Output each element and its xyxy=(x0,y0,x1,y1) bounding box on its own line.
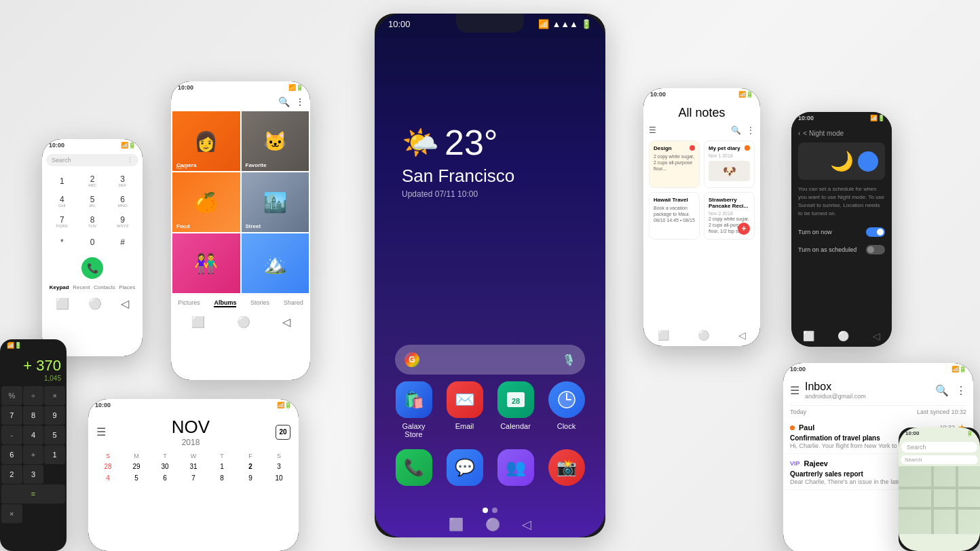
cal-cell-5[interactable]: 5 xyxy=(122,472,151,484)
calc-key-div[interactable]: ÷ xyxy=(23,386,44,405)
keypad-more-icon[interactable]: ⋮ xyxy=(127,157,133,164)
call-button[interactable]: 📞 xyxy=(81,257,103,279)
key-star[interactable]: * xyxy=(48,233,77,252)
keypad-nav-back[interactable]: ⬜ xyxy=(56,297,69,310)
cal-cell-7[interactable]: 7 xyxy=(179,472,208,484)
key-7[interactable]: 7PQRS xyxy=(48,212,77,231)
cal-cell-10[interactable]: 10 xyxy=(265,472,293,484)
app-camera-bottom[interactable]: 📸 xyxy=(545,449,588,486)
app-messages[interactable]: 💬 xyxy=(443,449,487,486)
cal-cell-1[interactable]: 1 xyxy=(208,461,236,472)
tab-recent[interactable]: Recent xyxy=(73,284,90,290)
nav-recents[interactable]: ◁ xyxy=(522,517,531,532)
app-friends[interactable]: 👥 xyxy=(494,449,538,486)
cal-cell-28[interactable]: 28 xyxy=(94,461,122,472)
email-search-icon[interactable]: 🔍 xyxy=(935,384,949,397)
nav-home[interactable]: ⚪ xyxy=(485,517,500,532)
app-clock[interactable]: Clock xyxy=(545,381,588,438)
calc-key-1[interactable]: 1 xyxy=(44,445,65,464)
key-6[interactable]: 6MNO xyxy=(108,192,137,211)
tab-stories[interactable]: Stories xyxy=(250,299,269,307)
tab-pictures[interactable]: Pictures xyxy=(178,299,200,307)
gallery-nav-home[interactable]: ⚪ xyxy=(237,316,250,328)
tab-keypad[interactable]: Keypad xyxy=(50,284,69,290)
calc-key-9[interactable]: 9 xyxy=(44,406,65,425)
key-3[interactable]: 3DEF xyxy=(108,172,137,191)
note-add-button[interactable]: + xyxy=(738,223,750,235)
night-nav-back[interactable]: ⬜ xyxy=(803,330,814,341)
gallery-cell-street[interactable]: 🏙️ Street xyxy=(242,172,309,232)
cal-cell-9[interactable]: 9 xyxy=(236,472,265,484)
gallery-nav-recents[interactable]: ◁ xyxy=(282,316,290,328)
keypad-search[interactable]: Search ⋮ xyxy=(46,154,138,166)
calc-key-del[interactable]: × xyxy=(1,504,22,523)
calc-key-eq[interactable]: = xyxy=(1,484,65,504)
gallery-cell-favorite[interactable]: 🐱 Favorite xyxy=(242,111,309,171)
key-2[interactable]: 2ABC xyxy=(78,172,107,191)
toggle-scheduled[interactable] xyxy=(866,245,885,254)
map-search-bar[interactable]: Search xyxy=(901,442,977,453)
calc-key-8[interactable]: 8 xyxy=(23,406,44,425)
app-calendar[interactable]: 28 Calendar xyxy=(494,381,538,438)
cal-cell-6[interactable]: 6 xyxy=(151,472,179,484)
notes-menu-icon[interactable]: ☰ xyxy=(649,126,656,135)
tab-shared[interactable]: Shared xyxy=(284,299,303,307)
cal-cell-30[interactable]: 30 xyxy=(151,461,179,472)
cal-cell-2[interactable]: 2 xyxy=(236,461,265,472)
cal-cell-8[interactable]: 8 xyxy=(208,472,236,484)
cal-cell-29[interactable]: 29 xyxy=(122,461,151,472)
notes-nav-recents[interactable]: ◁ xyxy=(738,330,746,341)
key-9[interactable]: 9WXYZ xyxy=(108,212,137,231)
calc-key-3[interactable]: 3 xyxy=(23,465,44,484)
key-5[interactable]: 5JKL xyxy=(78,192,107,211)
calc-key-4[interactable]: 4 xyxy=(23,425,44,444)
keypad-nav-recents[interactable]: ◁ xyxy=(121,297,129,310)
key-hash[interactable]: # xyxy=(108,233,137,252)
gallery-cell-friends[interactable]: 👫 xyxy=(172,233,240,293)
map-inner-search[interactable]: Search xyxy=(901,455,978,464)
gallery-more-icon[interactable]: ⋮ xyxy=(295,96,305,107)
note-strawberry[interactable]: Strawberry Pancake Reci... Nov 2 2018 2 … xyxy=(704,192,755,240)
gallery-cell-mountain[interactable]: 🏔️ xyxy=(242,233,309,293)
cal-badge[interactable]: 20 xyxy=(276,425,290,440)
cal-cell-3[interactable]: 3 xyxy=(265,461,293,472)
email-menu-icon[interactable]: ☰ xyxy=(790,384,799,397)
app-galaxy-store[interactable]: 🛍️ GalaxyStore xyxy=(392,381,436,438)
notes-search-icon[interactable]: 🔍 xyxy=(731,126,741,135)
note-hawaii[interactable]: Hawaii Travel Book a vacation package to… xyxy=(649,192,700,240)
calc-key-5[interactable]: 5 xyxy=(44,425,65,444)
key-8[interactable]: 8TUV xyxy=(78,212,107,231)
tab-albums[interactable]: Albums xyxy=(214,299,236,307)
tab-places[interactable]: Places xyxy=(119,284,135,290)
gallery-search-icon[interactable]: 🔍 xyxy=(278,96,290,107)
notes-more-icon[interactable]: ⋮ xyxy=(747,126,755,135)
toggle-now[interactable] xyxy=(866,227,885,237)
search-bar[interactable]: G 🎙️ xyxy=(395,345,585,375)
key-4[interactable]: 4GHI xyxy=(48,192,77,211)
calc-key-minus[interactable]: - xyxy=(1,425,22,444)
note-design[interactable]: Design 2 copy white sugar, 2 cups all-pu… xyxy=(649,140,700,188)
tab-contacts[interactable]: Contacts xyxy=(94,284,115,290)
mic-icon[interactable]: 🎙️ xyxy=(562,354,576,366)
key-1[interactable]: 1 xyxy=(48,172,77,191)
calc-key-pct[interactable]: % xyxy=(1,386,22,405)
gallery-cell-camera[interactable]: 👩 Camera 6174 xyxy=(172,111,240,171)
night-back-button[interactable]: ‹ < Night mode xyxy=(791,124,892,142)
calc-key-2[interactable]: 2 xyxy=(1,465,22,484)
app-phone[interactable]: 📞 xyxy=(392,449,436,486)
key-0[interactable]: 0 xyxy=(78,233,107,252)
calc-key-7[interactable]: 7 xyxy=(1,406,22,425)
cal-menu-icon[interactable]: ☰ xyxy=(96,425,106,438)
night-nav-recents[interactable]: ◁ xyxy=(873,330,880,341)
note-pet[interactable]: My pet diary Nov 1 2018 🐶 xyxy=(704,140,755,188)
calc-key-plus[interactable]: + xyxy=(23,445,44,464)
notes-nav-back[interactable]: ⬜ xyxy=(658,330,669,341)
cal-cell-4[interactable]: 4 xyxy=(94,472,122,484)
keypad-nav-home[interactable]: ⚪ xyxy=(88,297,102,310)
night-nav-home[interactable]: ⚪ xyxy=(837,330,849,341)
nav-back[interactable]: ⬜ xyxy=(449,517,464,532)
email-more-icon[interactable]: ⋮ xyxy=(956,384,966,397)
notes-nav-home[interactable]: ⚪ xyxy=(698,330,709,341)
calc-key-mul[interactable]: × xyxy=(44,386,65,405)
cal-cell-31[interactable]: 31 xyxy=(179,461,208,472)
